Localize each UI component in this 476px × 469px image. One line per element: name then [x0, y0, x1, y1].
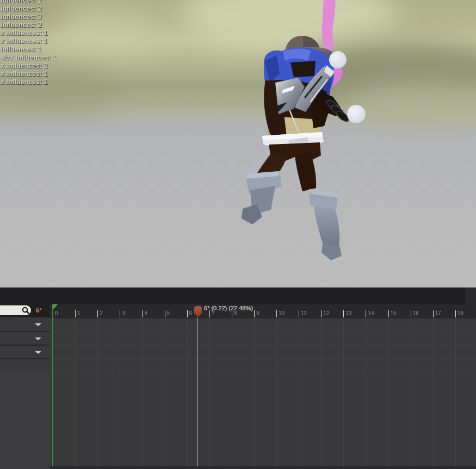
ruler-tick [97, 310, 98, 317]
ruler-tick-label: 13 [345, 310, 351, 316]
track-gridline-vertical [142, 318, 143, 469]
playback-range-start-line [52, 304, 53, 469]
ruler-tick-label: 15 [391, 310, 397, 316]
track-gridline-horizontal [50, 345, 476, 345]
ruler-tick-label: 10 [279, 310, 285, 316]
track-outliner-empty-area [0, 372, 50, 469]
track-gridline-vertical [187, 318, 188, 469]
ruler-tick [120, 310, 120, 317]
ruler-tick [388, 310, 389, 317]
track-gridline-vertical [209, 318, 210, 469]
current-frame-badge[interactable]: 6* [36, 307, 41, 314]
track-gridline-vertical [455, 318, 456, 469]
track-row[interactable] [0, 359, 50, 372]
ruler-tick-label: 11 [301, 310, 306, 316]
ruler-tick-label: 17 [435, 310, 441, 316]
track-row[interactable] [0, 346, 50, 358]
chevron-down-icon[interactable] [35, 323, 41, 326]
3d-viewport[interactable]: Influences: 2Influences: 2Influences: 3I… [0, 0, 476, 287]
track-gridline-vertical [254, 318, 255, 469]
track-gridline-vertical [120, 318, 120, 469]
ruler-tick-label: 2 [100, 310, 103, 316]
track-gridline-vertical [433, 318, 434, 469]
track-gridline-vertical [366, 318, 366, 469]
track-gridline-vertical [343, 318, 344, 469]
track-gridline-vertical [388, 318, 389, 469]
animation-editor-window: Influences: 2Influences: 2Influences: 3I… [0, 0, 476, 469]
ruler-tick [254, 310, 255, 317]
ruler-tick [165, 310, 165, 317]
ruler-tick-label: 4 [144, 310, 147, 316]
timeline-ruler[interactable]: 0123456789101112131415161718 [50, 304, 476, 318]
ruler-tick-label: 16 [413, 310, 419, 316]
ruler-tick [187, 310, 188, 317]
track-gridline-vertical [411, 318, 411, 469]
track-gridline-horizontal [50, 332, 476, 332]
track-gridline-horizontal [50, 372, 476, 372]
track-outliner-column: 6* [0, 304, 50, 469]
ruler-tick [276, 310, 277, 317]
horizontal-scrollbar-track[interactable] [0, 466, 476, 469]
ruler-tick-label: 1 [77, 310, 81, 316]
chevron-down-icon[interactable] [35, 337, 41, 340]
ruler-tick [299, 310, 299, 317]
ruler-tick [343, 310, 344, 317]
character-model [0, 0, 476, 287]
track-row[interactable] [0, 317, 50, 331]
track-gridline-vertical [299, 318, 299, 469]
ruler-tick [321, 310, 322, 317]
ruler-tick [433, 310, 434, 317]
track-gridline-vertical [232, 318, 232, 469]
ruler-tick-label: 9 [256, 310, 259, 316]
ruler-tick-label: 12 [323, 310, 329, 316]
ruler-tick-label: 18 [458, 310, 463, 316]
track-gridline-vertical [165, 318, 165, 469]
track-gridline-vertical [75, 318, 76, 469]
ruler-tick-label: 14 [368, 310, 374, 316]
track-gridline-vertical [321, 318, 322, 469]
playhead-line [197, 317, 198, 469]
ruler-tick-label: 3 [122, 310, 125, 316]
ruler-tick [411, 310, 411, 317]
track-gridline-horizontal [50, 358, 476, 359]
ruler-tick-label: 6 [189, 310, 193, 316]
pink-ribbon-trail [322, 0, 335, 57]
ruler-tick [75, 310, 76, 317]
timeline-track-area[interactable] [50, 318, 476, 469]
panel-right-edge [473, 304, 473, 469]
ruler-tick-label: 0 [55, 310, 58, 316]
search-input[interactable] [0, 305, 31, 315]
track-gridline-vertical [97, 318, 98, 469]
ruler-tick [366, 310, 366, 317]
track-gridline-vertical [276, 318, 277, 469]
ruler-tick [455, 310, 456, 317]
divider-corner-shade [465, 287, 476, 304]
chevron-down-icon[interactable] [35, 351, 41, 354]
playhead-frame-label: 6* (0.22) (22.48%) [204, 305, 253, 311]
panel-divider-band [0, 287, 476, 304]
search-row: 6* [0, 304, 50, 317]
ruler-tick-label: 5 [167, 310, 170, 316]
track-row[interactable] [0, 332, 50, 345]
ruler-tick [142, 310, 143, 317]
animation-timeline-panel: 0123456789101112131415161718 6* (0.22) (… [0, 304, 476, 469]
